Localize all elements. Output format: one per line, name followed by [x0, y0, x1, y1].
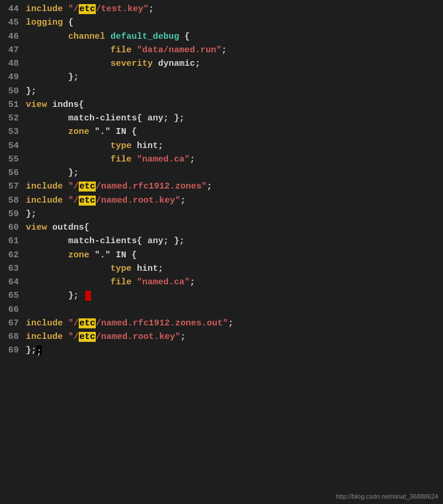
highlighted-text: etc [79, 332, 96, 342]
line-number: 68 [5, 330, 26, 344]
line-number: 53 [5, 125, 26, 139]
line-content: logging { [26, 16, 438, 29]
code-token [26, 277, 110, 287]
line-content: match-clients{ any; }; [26, 234, 438, 248]
code-token [26, 264, 110, 274]
code-token: dynamic; [153, 59, 200, 69]
line-number: 55 [5, 153, 26, 166]
line-number: 60 [5, 221, 26, 234]
code-token [63, 318, 68, 328]
line-content: include "/etc/named.rfc1912.zones.out"; [26, 317, 438, 330]
code-line: 58include "/etc/named.root.key"; [0, 194, 443, 207]
line-number: 67 [5, 317, 26, 330]
line-content: include "/etc/named.rfc1912.zones"; [26, 180, 438, 193]
text-cursor [85, 291, 91, 301]
line-number: 69 [5, 344, 26, 357]
code-line: 48 severity dynamic; [0, 57, 443, 70]
code-token: " [68, 332, 73, 342]
code-token: /named.rfc1912.zones.out" [96, 318, 228, 328]
code-token: / [73, 196, 79, 206]
code-token: type [110, 141, 132, 151]
code-line: 52 match-clients{ any; }; [0, 112, 443, 125]
code-token: indns{ [47, 100, 84, 110]
line-content: }; [26, 85, 438, 98]
code-token: } [26, 345, 31, 355]
code-token [63, 196, 68, 206]
line-content: }; [26, 207, 438, 221]
code-token: include [26, 196, 63, 206]
highlighted-text: etc [79, 196, 96, 206]
code-token: ; [190, 277, 195, 287]
code-token [132, 45, 137, 55]
code-token: "." IN { [89, 250, 137, 260]
code-line: 51view indns{ [0, 98, 443, 112]
code-token: hint; [132, 264, 163, 274]
code-token [105, 32, 110, 42]
line-content: file "data/named.run"; [26, 43, 438, 57]
line-content: view outdns{ [26, 221, 438, 234]
code-token: }; [26, 209, 36, 219]
code-token [26, 236, 68, 246]
code-token [63, 4, 68, 14]
code-line: 44include "/etc/test.key"; [0, 2, 443, 16]
code-token: "data/named.run" [137, 45, 222, 55]
code-token: channel [68, 32, 105, 42]
code-token: "." IN { [89, 127, 137, 137]
code-token [26, 250, 68, 260]
watermark: http://blog.csdn.net/sinat_36888624 [336, 492, 438, 502]
code-token: / [73, 332, 79, 342]
code-token: ; [31, 345, 36, 355]
code-token: }; [68, 72, 79, 82]
code-token: default_debug [110, 32, 179, 42]
code-token: view [26, 100, 47, 110]
code-token [26, 127, 68, 137]
line-number: 59 [5, 207, 26, 221]
code-line: 49 }; [0, 70, 443, 84]
line-content: type hint; [26, 262, 438, 275]
code-line: 59}; [0, 207, 443, 221]
code-token: file [110, 277, 132, 287]
code-line: 62 zone "." IN { [0, 248, 443, 262]
line-content: zone "." IN { [26, 125, 438, 139]
line-number: 61 [5, 234, 26, 248]
text-cursor-end: ; [36, 345, 42, 355]
code-token: logging [26, 18, 63, 28]
code-line: 64 file "named.ca"; [0, 275, 443, 289]
code-token: file [110, 45, 132, 55]
code-line: 66 [0, 303, 443, 317]
code-line: 53 zone "." IN { [0, 125, 443, 139]
code-token: outdns{ [47, 223, 89, 233]
code-token: { [63, 18, 73, 28]
code-token: include [26, 332, 63, 342]
code-token: " [68, 182, 73, 191]
line-content: include "/etc/named.root.key"; [26, 330, 438, 344]
code-token: /test.key [96, 4, 143, 14]
code-token: " [68, 318, 73, 328]
code-token: ; [180, 196, 186, 206]
code-token: ; [149, 4, 154, 14]
line-content: file "named.ca"; [26, 275, 438, 289]
code-token: / [73, 318, 79, 328]
code-token [26, 168, 68, 178]
line-content: }; [26, 70, 438, 84]
line-number: 52 [5, 112, 26, 125]
code-token: " [68, 196, 73, 206]
line-number: 49 [5, 70, 26, 84]
line-content: view indns{ [26, 98, 438, 112]
code-line: 60view outdns{ [0, 221, 443, 234]
code-token: severity [110, 59, 153, 69]
code-token: include [26, 4, 63, 14]
code-line: 69};; [0, 344, 443, 357]
code-token [26, 32, 68, 42]
code-token: match-clients{ any; }; [68, 113, 184, 123]
line-number: 56 [5, 166, 26, 180]
line-number: 57 [5, 180, 26, 193]
code-line: 56 }; [0, 166, 443, 180]
line-content: file "named.ca"; [26, 153, 438, 166]
code-token: { [179, 32, 190, 42]
line-content: };; [26, 344, 438, 357]
code-token: ; [180, 332, 186, 342]
code-token [26, 72, 68, 82]
code-line: 63 type hint; [0, 262, 443, 275]
line-content: include "/etc/test.key"; [26, 2, 438, 16]
